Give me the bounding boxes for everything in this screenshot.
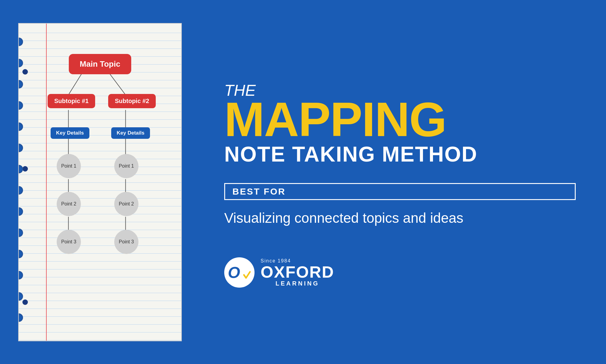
note-taking-label: NOTE TAKING METHOD: [224, 144, 576, 165]
left-point-3: Point 3: [57, 230, 81, 254]
left-point2-label: Point 2: [61, 201, 76, 207]
right-panel: THE MAPPING NOTE TAKING METHOD BEST FOR …: [200, 0, 606, 364]
oxford-logo-circle: O: [224, 257, 255, 288]
right-point-1: Point 1: [114, 154, 138, 178]
spiral-binding: const spiral = document.currentScript.pa…: [18, 24, 24, 341]
subtopic2-label: Subtopic #2: [115, 98, 149, 104]
title-block: THE MAPPING NOTE TAKING METHOD: [224, 82, 576, 183]
right-point2-label: Point 2: [119, 201, 134, 207]
svg-line-0: [68, 71, 84, 95]
subtopic-2: Subtopic #2: [108, 94, 156, 108]
right-point-2: Point 2: [114, 192, 138, 216]
svg-line-1: [108, 71, 126, 95]
key-details2-label: Key Details: [117, 130, 145, 136]
subtopic1-label: Subtopic #1: [54, 98, 88, 104]
best-for-badge: BEST FOR: [224, 183, 576, 200]
left-point-2: Point 2: [57, 192, 81, 216]
oxford-learning: LEARNING: [261, 280, 334, 287]
key-details-2: Key Details: [111, 127, 150, 139]
svg-text:O: O: [228, 264, 240, 281]
main-topic-label: Main Topic: [80, 59, 120, 68]
right-point1-label: Point 1: [119, 163, 134, 169]
oxford-logo-svg: O: [227, 263, 251, 282]
mapping-label: MAPPING: [224, 95, 576, 144]
oxford-name: OXFORD: [261, 264, 334, 280]
right-point-3: Point 3: [114, 230, 138, 254]
key-details-1: Key Details: [51, 127, 89, 139]
subtopic-1: Subtopic #1: [48, 94, 95, 108]
left-panel: // Generate lines via inline script cons…: [0, 0, 200, 364]
oxford-text-group: Since 1984 OXFORD LEARNING: [261, 258, 334, 287]
key-details1-label: Key Details: [56, 130, 84, 136]
left-point-1: Point 1: [57, 154, 81, 178]
oxford-logo: O Since 1984 OXFORD LEARNING: [224, 257, 576, 288]
left-point1-label: Point 1: [61, 163, 76, 169]
left-point3-label: Point 3: [61, 239, 76, 245]
best-for-label: BEST FOR: [232, 186, 286, 196]
description: Visualizing connected topics and ideas: [224, 209, 576, 227]
right-point3-label: Point 3: [119, 239, 134, 245]
notebook: // Generate lines via inline script cons…: [18, 23, 182, 341]
main-topic: Main Topic: [69, 54, 131, 74]
